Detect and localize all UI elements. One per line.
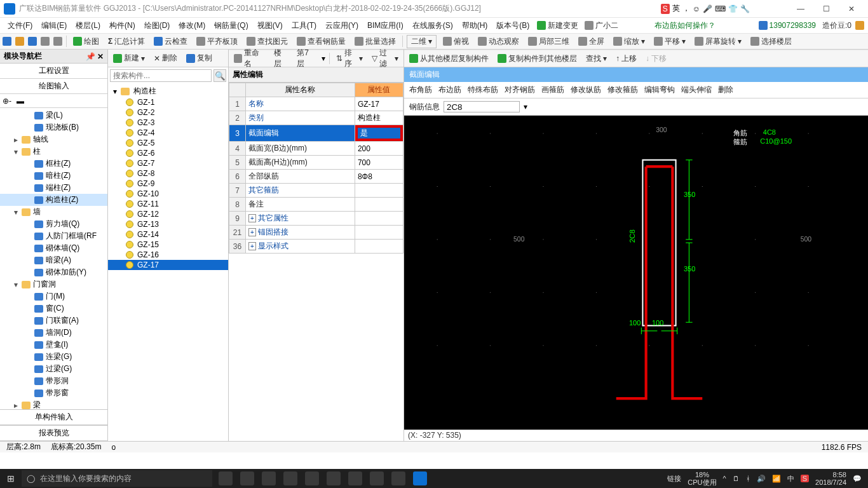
nav-端柱(Z)[interactable]: 端柱(Z) xyxy=(0,182,107,194)
mod-stirrup-btn[interactable]: 修改箍筋 xyxy=(607,85,638,95)
ime-bar[interactable]: S 英 ， ☺ 🎤 ⌨ 👕 🔧 xyxy=(661,3,750,14)
new-file-icon[interactable] xyxy=(3,37,11,46)
prop-row-21[interactable]: 21+锚固搭接 xyxy=(229,226,403,240)
gz-item-GZ-4[interactable]: GZ-4 xyxy=(108,128,228,138)
app-icon-9[interactable] xyxy=(413,471,427,485)
open-file-icon[interactable] xyxy=(15,37,24,46)
nav-墙洞(D)[interactable]: 墙洞(D) xyxy=(0,327,107,339)
app-icon-4[interactable] xyxy=(305,471,319,485)
link-label[interactable]: 链接 xyxy=(667,474,681,484)
prop-row-2[interactable]: 2类别构造柱 xyxy=(229,111,403,125)
app-icon-2[interactable] xyxy=(262,471,276,485)
prop-row-8[interactable]: 8备注 xyxy=(229,198,403,212)
single-input-btn[interactable]: 单构件输入 xyxy=(0,409,107,425)
cloud-check-btn[interactable]: 云检查 xyxy=(151,35,190,48)
nav-墙[interactable]: ▾墙 xyxy=(0,206,107,218)
menu-cloud[interactable]: 云应用(Y) xyxy=(322,19,362,32)
gz-item-GZ-6[interactable]: GZ-6 xyxy=(108,148,228,158)
taskview-icon[interactable] xyxy=(219,471,233,485)
gz-item-GZ-16[interactable]: GZ-16 xyxy=(108,250,228,260)
nav-梁[interactable]: ▸梁 xyxy=(0,399,107,409)
prop-row-3[interactable]: 3截面编辑是 xyxy=(229,125,403,142)
zoom-btn[interactable]: 缩放 ▾ xyxy=(611,35,648,48)
align-bar-btn[interactable]: 对齐钢筋 xyxy=(505,85,535,95)
local-3d-btn[interactable]: 局部三维 xyxy=(526,35,572,48)
app-icon-1[interactable] xyxy=(240,471,254,485)
mod-long-btn[interactable]: 修改纵筋 xyxy=(571,85,601,95)
gz-item-GZ-1[interactable]: GZ-1 xyxy=(108,97,228,107)
menu-component[interactable]: 构件(N) xyxy=(105,19,139,32)
tray-net-icon[interactable]: 📶 xyxy=(772,475,781,483)
ime-lang[interactable]: 英 xyxy=(672,3,680,14)
tray-bt-icon[interactable]: ᚼ xyxy=(746,475,750,482)
nav-砌体墙(Q)[interactable]: 砌体墙(Q) xyxy=(0,242,107,254)
gz-item-GZ-12[interactable]: GZ-12 xyxy=(108,209,228,219)
app-icon-8[interactable] xyxy=(391,471,405,485)
menu-rebar[interactable]: 钢筋量(Q) xyxy=(210,19,252,32)
nav-暗柱(Z)[interactable]: 暗柱(Z) xyxy=(0,170,107,182)
start-button[interactable]: ⊞ xyxy=(0,473,22,484)
pin-icon[interactable]: 📌 ✕ xyxy=(86,52,104,61)
nav-带形洞[interactable]: 带形洞 xyxy=(0,375,107,387)
hint-text[interactable]: 布边筋如何操作？ xyxy=(654,20,715,31)
nav-现浇板(B)[interactable]: 现浇板(B) xyxy=(0,121,107,133)
sum-btn[interactable]: Σ 汇总计算 xyxy=(105,35,147,48)
rotate-btn[interactable]: 屏幕旋转 ▾ xyxy=(692,35,744,48)
rebar-info-input[interactable] xyxy=(444,101,520,112)
special-bar-btn[interactable]: 特殊布筋 xyxy=(468,85,498,95)
nav-人防门框墙(RF[interactable]: 人防门框墙(RF xyxy=(0,230,107,242)
delete-bar-btn[interactable]: 删除 xyxy=(718,85,733,95)
app-icon-6[interactable] xyxy=(348,471,362,485)
gz-item-GZ-5[interactable]: GZ-5 xyxy=(108,138,228,148)
draw-stirrup-btn[interactable]: 画箍筋 xyxy=(541,85,564,95)
move-down-btn[interactable]: ↓ 下移 xyxy=(643,52,669,65)
gz-item-GZ-14[interactable]: GZ-14 xyxy=(108,229,228,240)
tray-up-icon[interactable]: ^ xyxy=(723,475,726,482)
nav-带形窗[interactable]: 带形窗 xyxy=(0,387,107,399)
nav-连梁(G)[interactable]: 连梁(G) xyxy=(0,351,107,363)
end-ext-btn[interactable]: 端头伸缩 xyxy=(681,85,712,95)
section-canvas[interactable]: 300 500 500 xyxy=(404,116,868,430)
gz-root[interactable]: ▾构造柱 xyxy=(108,85,228,97)
search-input[interactable] xyxy=(110,69,212,82)
report-preview-btn[interactable]: 报表预览 xyxy=(0,425,107,441)
agent-btn[interactable]: 广小二 xyxy=(582,19,621,32)
nav-壁龛(I)[interactable]: 壁龛(I) xyxy=(0,339,107,351)
corner-bar-btn[interactable]: 布角筋 xyxy=(409,85,432,95)
maximize-button[interactable]: ☐ xyxy=(813,4,839,13)
app-icon-5[interactable] xyxy=(327,471,341,485)
gz-item-GZ-13[interactable]: GZ-13 xyxy=(108,219,228,229)
ime-punct[interactable]: ， xyxy=(682,3,690,14)
minimize-button[interactable]: — xyxy=(788,4,813,13)
pan-btn[interactable]: 平移 ▾ xyxy=(651,35,688,48)
mic-icon[interactable]: 🎤 xyxy=(703,4,712,13)
nav-门窗洞[interactable]: ▾门窗洞 xyxy=(0,278,107,290)
copy-from-btn[interactable]: 从其他楼层复制构件 xyxy=(407,52,491,65)
nav-剪力墙(Q)[interactable]: 剪力墙(Q) xyxy=(0,218,107,230)
menu-file[interactable]: 文件(F) xyxy=(4,19,36,32)
nav-门(M)[interactable]: 门(M) xyxy=(0,290,107,302)
copy-to-btn[interactable]: 复制构件到其他楼层 xyxy=(495,52,580,65)
copy-comp-btn[interactable]: 复制 xyxy=(184,51,215,65)
redo-icon[interactable] xyxy=(53,37,62,46)
prop-row-5[interactable]: 5截面高(H边)(mm)700 xyxy=(229,156,403,170)
nav-砌体加筋(Y)[interactable]: 砌体加筋(Y) xyxy=(0,266,107,278)
tray-sogou-icon[interactable]: S xyxy=(801,475,809,482)
gz-item-GZ-8[interactable]: GZ-8 xyxy=(108,168,228,179)
coin-label[interactable]: 造价豆:0 xyxy=(820,19,854,32)
menu-modify[interactable]: 修改(M) xyxy=(175,19,209,32)
prop-row-1[interactable]: 1名称GZ-17 xyxy=(229,97,403,111)
keyboard-icon[interactable]: ⌨ xyxy=(715,4,726,13)
gz-item-GZ-3[interactable]: GZ-3 xyxy=(108,118,228,128)
2d-dropdown[interactable]: 二维 ▾ xyxy=(407,35,437,48)
search-button[interactable]: 🔍 xyxy=(214,69,226,82)
tab-1[interactable]: ⊕- xyxy=(3,97,11,105)
menu-floor[interactable]: 楼层(L) xyxy=(72,19,104,32)
gz-item-GZ-10[interactable]: GZ-10 xyxy=(108,189,228,199)
nav-窗(C)[interactable]: 窗(C) xyxy=(0,302,107,315)
sel-floor-btn[interactable]: 选择楼层 xyxy=(748,35,794,48)
tray-ime-icon[interactable]: 中 xyxy=(787,474,794,484)
nav-门联窗(A)[interactable]: 门联窗(A) xyxy=(0,315,107,327)
action-center-icon[interactable]: 💬 xyxy=(853,475,862,483)
nav-柱[interactable]: ▾柱 xyxy=(0,146,107,158)
